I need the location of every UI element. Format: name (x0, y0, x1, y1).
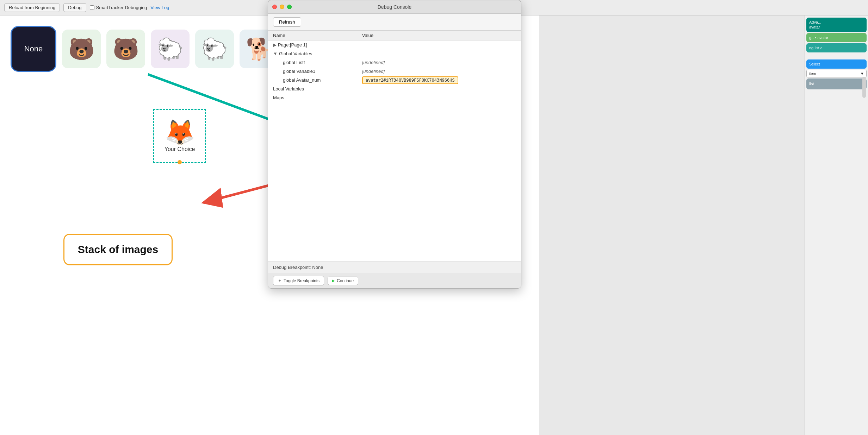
sidebar-card-2[interactable]: g-- • avatar (806, 33, 867, 42)
debug-console-title: Debug Console (378, 4, 412, 10)
row-value (357, 93, 521, 102)
minimize-button[interactable] (280, 5, 284, 9)
close-button[interactable] (272, 5, 277, 9)
table-row[interactable]: global Variable1 [undefined] (268, 67, 521, 76)
sidebar-card-1[interactable]: Adva...avatar (806, 18, 867, 32)
avatar-row: None 🐻 🐻 🐑 🐑 🐕 🐕 (11, 26, 309, 72)
fox-emoji: 🦊 (165, 120, 195, 145)
row-label: Global Variables (279, 51, 312, 56)
row-label: Maps (273, 95, 284, 100)
viewlog-link[interactable]: View Log (150, 5, 169, 10)
continue-button[interactable]: ▶ Continue (328, 277, 358, 285)
toggle-breakpoints-button[interactable]: ＋ Toggle Breakpoints (273, 276, 324, 285)
maximize-button[interactable] (287, 5, 292, 9)
reload-button[interactable]: Reload from Beginning (4, 3, 60, 12)
refresh-button[interactable]: Refresh (273, 17, 301, 27)
row-label: Local Variables (273, 86, 304, 92)
table-header: Name Value (268, 31, 521, 40)
avatar-none[interactable]: None (11, 26, 56, 72)
debug-table: Name Value ▶Page:[Page 1] ▼Global Variab… (268, 31, 521, 261)
expand-icon: ▶ (273, 42, 277, 48)
table-row[interactable]: global List1 [undefined] (268, 58, 521, 67)
play-icon: ▶ (332, 279, 335, 283)
debug-console: Debug Console Refresh Name Value ▶Page:[… (268, 0, 521, 289)
row-value (357, 49, 521, 58)
your-choice-label: Your Choice (165, 146, 195, 152)
sidebar-dropdown[interactable]: item ▼ (806, 70, 867, 77)
debug-button[interactable]: Debug (63, 3, 86, 12)
debug-titlebar: Debug Console (268, 0, 521, 14)
row-label: Page:[Page 1] (278, 42, 307, 48)
scrollbar[interactable] (862, 77, 866, 98)
row-value: [undefined] (362, 60, 385, 65)
avatar-value-highlight: avatar2#iRT34QVB989FSFOKC7O43N966HS (362, 76, 458, 84)
col-value: Value (357, 31, 521, 40)
avatar-item-3[interactable]: 🐑 (151, 30, 190, 68)
debug-toolbar: Refresh (268, 14, 521, 31)
row-label: global Variable1 (283, 69, 315, 74)
table-row[interactable]: ▶Page:[Page 1] (268, 40, 521, 50)
table-row[interactable]: Maps (268, 93, 521, 102)
col-name: Name (268, 31, 357, 40)
row-label: global Avatar_num (283, 77, 321, 83)
right-sidebar: Adva...avatar g-- • avatar ng list a Sel… (805, 15, 868, 435)
plus-icon: ＋ (278, 278, 282, 284)
sidebar-card-5[interactable]: list (806, 78, 867, 89)
your-choice-dot (178, 160, 182, 164)
smarttracker-label: SmartTracker Debugging (90, 5, 147, 10)
stack-label: Stack of images (63, 234, 173, 265)
row-value (357, 40, 521, 50)
row-label: global List1 (283, 60, 306, 65)
avatar-item-1[interactable]: 🐻 (62, 30, 101, 68)
smarttracker-checkbox[interactable] (90, 5, 94, 10)
debug-breakpoint-bar: Debug Breakpoint: None (268, 261, 521, 273)
sidebar-card-3[interactable]: ng list a (806, 43, 867, 52)
your-choice-box[interactable]: 🦊 Your Choice (153, 109, 206, 163)
sidebar-card-4[interactable]: Select (806, 59, 867, 69)
debug-footer: ＋ Toggle Breakpoints ▶ Continue (268, 273, 521, 288)
table-row[interactable]: ▼Global Variables (268, 49, 521, 58)
table-row[interactable]: global Avatar_num avatar2#iRT34QVB989FSF… (268, 76, 521, 84)
avatar-item-4[interactable]: 🐑 (195, 30, 234, 68)
row-value: [undefined] (362, 69, 385, 74)
avatar-item-2[interactable]: 🐻 (106, 30, 145, 68)
expand-icon: ▼ (273, 51, 278, 56)
row-value (357, 84, 521, 93)
table-row[interactable]: Local Variables (268, 84, 521, 93)
